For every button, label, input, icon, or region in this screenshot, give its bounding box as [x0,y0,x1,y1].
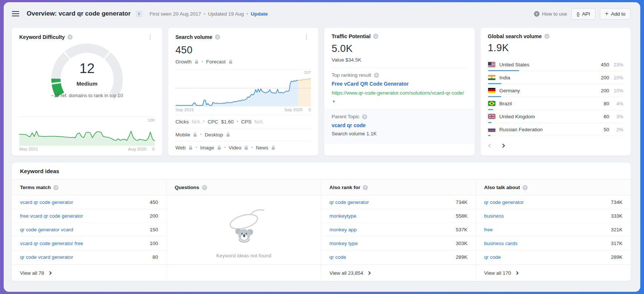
separator-dot: • [196,145,197,150]
web-label[interactable]: Web [176,145,186,151]
cps-value: N/A [255,119,263,125]
keyword-row: free 321K [476,223,631,237]
keyword-volume: 80 [152,254,158,260]
lock-icon [229,59,233,64]
help-icon[interactable]: ? [53,185,59,190]
video-label[interactable]: Video [229,145,241,151]
forecast-label[interactable]: Forecast [206,59,226,65]
also-rank-for-header: Also rank for [329,185,360,190]
prev-page-icon[interactable] [489,142,492,149]
view-all-link[interactable]: View all 170 [476,265,631,281]
top-ranking-label: Top ranking result [332,72,371,78]
keyword-volume: 150 [150,227,158,232]
help-icon[interactable]: ? [202,185,207,190]
help-icon[interactable]: ? [363,185,368,190]
country-name: Russian Federation [499,127,593,132]
help-icon[interactable]: ? [215,34,220,40]
keyword-row: business cards 317K [476,237,631,250]
keyword-meta: First seen 20 Aug 2017 • Updated 19 Aug … [150,11,268,17]
clicks-row: Clicks N/A • CPC $1.60 • CPS N/A [176,115,311,128]
keyword-link[interactable]: qr code generator [329,199,369,205]
page-title: Overview: vcard qr code generator [27,10,131,17]
trend-min-label: 0 [152,147,155,151]
next-page-icon[interactable] [501,142,504,149]
keyword-row: monkeytype 558K [321,209,476,223]
difficulty-level: Medium [48,80,126,87]
global-volume-title: Global search volume [488,33,542,39]
top-ranking-result-link[interactable]: Free vCard QR Code Generator [332,81,467,87]
keyword-link[interactable]: qr code generator vcard [20,227,73,232]
country-percent: 3% [609,114,623,119]
braces-icon: {} [577,11,579,17]
keyword-link[interactable]: vcard qr code generator [20,199,73,205]
keyword-link[interactable]: qr code [484,254,501,260]
help-icon[interactable]: ? [67,34,73,40]
view-all-link[interactable]: View all 23,854 [321,265,476,281]
difficulty-value: 12 [48,61,126,76]
search-volume-title: Search volume [176,34,213,40]
info-badge[interactable]: i [136,11,142,17]
keyword-link[interactable]: business cards [484,241,518,246]
also-talk-about-header: Also talk about [484,185,520,190]
help-icon[interactable]: ? [373,34,378,39]
lock-icon [244,145,248,150]
keyword-link[interactable]: free [484,227,493,232]
image-label[interactable]: Image [200,145,214,151]
add-to-button[interactable]: + Add to [600,8,631,20]
keyword-link[interactable]: monkeytype [329,213,356,219]
caret-down-icon[interactable]: ▾ [333,99,335,103]
country-volume: 200 [593,88,609,93]
hamburger-menu-icon[interactable] [12,11,19,16]
news-label[interactable]: News [256,145,268,151]
keyword-row: vcard qr code generator free 100 [12,237,166,250]
how-to-use-link[interactable]: ? How to use [534,11,567,17]
keyword-link[interactable]: qr code [329,254,346,260]
also-talk-about-column: Also talk about ? qr code generator 734K… [476,180,631,281]
update-link[interactable]: Update [251,11,268,17]
keyword-volume: 333K [611,213,623,219]
keyword-row: qr code vcard generator 80 [12,250,166,264]
keyword-link[interactable]: qr code vcard generator [20,254,73,260]
keyword-link[interactable]: free vcard qr code generator [20,213,83,219]
keyword-link[interactable]: qr code generator [484,199,524,205]
help-icon[interactable]: ? [362,114,367,119]
parent-topic-link[interactable]: vcard qr code [332,122,467,128]
search-volume-chart[interactable]: 707 Sep 2015 Sep 2026 0 [176,69,311,112]
keyword-link[interactable]: monkey app [329,227,357,232]
view-all-label: View all 78 [20,270,44,276]
help-icon[interactable]: ? [522,185,528,190]
help-icon[interactable]: ? [544,34,550,39]
country-share-bar [488,135,491,136]
separator-dot: • [203,11,205,17]
clicks-value: N/A [192,119,200,125]
lock-icon [193,132,197,137]
top-ranking-url[interactable]: https://www.qr-code-generator.com/soluti… [332,89,467,105]
country-row: Russian Federation 50 2% [488,123,624,136]
keyword-volume: 200 [150,213,158,219]
keyword-link[interactable]: vcard qr code generator free [20,241,83,246]
help-icon[interactable]: ? [374,73,379,78]
search-volume-value: 450 [176,44,311,56]
api-button[interactable]: {} API [571,8,595,20]
country-row: United Kingdom 60 3% [488,110,624,123]
kebab-menu-icon[interactable]: ⋮ [302,33,311,41]
kebab-menu-icon[interactable]: ⋮ [146,33,155,41]
difficulty-trend-chart[interactable]: 100 May 2021 Aug 2025 0 [19,116,155,151]
desktop-label[interactable]: Desktop [205,132,223,138]
keyword-volume: 558K [456,213,468,219]
lock-icon [226,132,230,137]
cps-label: CPS [241,119,252,125]
keyword-link[interactable]: business [484,213,504,219]
how-to-use-label: How to use [542,11,567,17]
keyword-row: monkey app 537K [321,223,476,237]
difficulty-gauge[interactable]: 12 Medium [48,42,126,101]
keyword-difficulty-title: Keyword Difficulty [19,34,65,40]
growth-label[interactable]: Growth [176,59,192,65]
parent-topic-volume: Search volume 1.1K [332,131,467,136]
keyword-link[interactable]: monkey type [329,241,358,246]
country-percent: 10% [609,75,623,80]
keyword-row: vcard qr code generator 450 [12,195,166,209]
mobile-label[interactable]: Mobile [176,132,190,138]
view-all-link[interactable]: View all 78 [12,265,166,281]
keyword-volume: 289K [611,254,623,260]
